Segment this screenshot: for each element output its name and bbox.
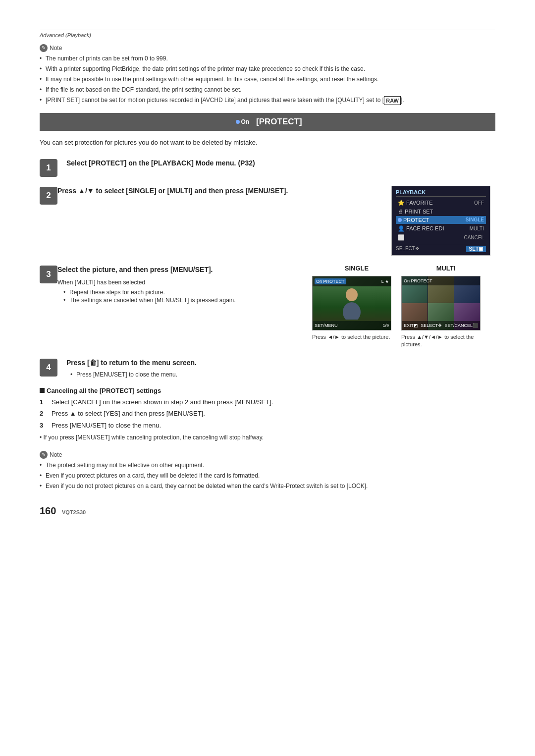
menu-set-btn: SET▣ xyxy=(466,246,486,252)
single-label: SINGLE xyxy=(317,265,396,272)
single-overlay-bar: On PROTECT L ★ xyxy=(313,276,391,286)
note2-item-3: Even if you do not protect pictures on a… xyxy=(40,482,495,490)
step4-sub-note: Press [MENU/SET] to close the menu. xyxy=(66,371,495,378)
step3-badge: 3 xyxy=(40,266,57,283)
images-row: On PROTECT L ★ SET/MENU 1/9 xyxy=(312,276,495,330)
note1-item-2: With a printer supporting PictBridge, th… xyxy=(40,64,495,73)
step4-content: Press [🗑] to return to the menu screen. … xyxy=(66,358,495,378)
step2-badge: 2 xyxy=(40,187,57,205)
step2-left: Press ▲/▼ to select [SINGLE] or [MULTI] … xyxy=(57,186,391,256)
menu-face-rec: 👤 FACE REC EDI MULTI xyxy=(396,224,486,233)
cancel-steps-list: 1 Select [CANCEL] on the screen shown in… xyxy=(40,397,495,431)
cancel-step-num-3: 3 xyxy=(40,421,43,431)
multi-label: MULTI xyxy=(406,265,485,272)
page-header: Advanced (Playback) xyxy=(40,30,495,38)
step3-left: Select the picture, and then press [MENU… xyxy=(57,265,312,305)
step1-text: Select [PROTECT] on the [PLAYBACK] Mode … xyxy=(66,158,495,168)
playback-menu-box: PLAYBACK ⭐ FAVORITE OFF 🖨 PRINT SET PROT… xyxy=(391,186,490,256)
note1-icon: ✎ xyxy=(40,44,48,52)
svg-point-0 xyxy=(346,288,358,301)
note1-item-5: [PRINT SET] cannot be set for motion pic… xyxy=(40,96,495,105)
raw-badge: RAW xyxy=(384,96,401,106)
menu-favorite: ⭐ FAVORITE OFF xyxy=(396,199,486,207)
intro-text: You can set protection for pictures you … xyxy=(40,138,495,148)
section-title: On [PROTECT] xyxy=(40,113,495,131)
cancel-step-2: 2 Press ▲ to select [YES] and then press… xyxy=(40,409,495,419)
menu-protect: PROTECT SINGLE xyxy=(396,216,486,224)
note2-section: ✎ Note The protect setting may not be ef… xyxy=(40,451,495,490)
menu-print-set: 🖨 PRINT SET xyxy=(396,208,486,216)
step2-right: PLAYBACK ⭐ FAVORITE OFF 🖨 PRINT SET PROT… xyxy=(391,186,495,256)
page-code: VQT2S30 xyxy=(62,509,86,515)
svg-point-1 xyxy=(343,302,361,320)
single-protect-badge: On PROTECT xyxy=(315,279,346,284)
page-number: 160 VQT2S30 xyxy=(40,505,495,517)
step2-text: Press ▲/▼ to select [SINGLE] or [MULTI] … xyxy=(57,186,391,196)
multi-camera-image: On PROTECT EXIT◩ SELECT❖ SET/CANCEL⬛ xyxy=(401,276,481,330)
note2-list: The protect setting may not be effective… xyxy=(40,461,495,490)
note2-icon: ✎ xyxy=(40,451,48,459)
multi-image-group: On PROTECT EXIT◩ SELECT❖ SET/CANCEL⬛ xyxy=(401,276,481,330)
note2-label: ✎ Note xyxy=(40,451,495,459)
step3-text: Select the picture, and then press [MENU… xyxy=(57,265,312,275)
cancel-section: Canceling all the [PROTECT] settings 1 S… xyxy=(40,387,495,442)
on-protect-icon: On xyxy=(233,118,252,126)
protect-badge: On PROTECT xyxy=(315,278,346,284)
cancel-step-1: 1 Select [CANCEL] on the screen shown in… xyxy=(40,397,495,407)
step3-sub-item-2: The settings are canceled when [MENU/SET… xyxy=(63,297,312,304)
step3-sub-item-1: Repeat these steps for each picture. xyxy=(63,289,312,296)
note1-item-1: The number of prints can be set from 0 t… xyxy=(40,54,495,63)
single-multi-labels: SINGLE MULTI xyxy=(317,265,495,272)
step1-content: Select [PROTECT] on the [PLAYBACK] Mode … xyxy=(66,158,495,171)
step3-right: SINGLE MULTI On PROTECT L ★ xyxy=(312,265,495,349)
step4-badge: 4 xyxy=(40,359,57,377)
step2-row: 2 Press ▲/▼ to select [SINGLE] or [MULTI… xyxy=(40,186,495,256)
caption-multi: Press ▲/▼/◄/► to select the pictures. xyxy=(401,333,481,349)
step3-sub-heading: When [MULTI] has been selected xyxy=(57,278,312,287)
note1-label: ✎ Note xyxy=(40,44,495,52)
caption-row: Press ◄/► to select the picture. Press ▲… xyxy=(312,333,495,349)
note1-item-3: It may not be possible to use the print … xyxy=(40,75,495,84)
cancel-step-3: 3 Press [MENU/SET] to close the menu. xyxy=(40,421,495,431)
step4-row: 4 Press [🗑] to return to the menu screen… xyxy=(40,358,495,378)
cancel-step-num-2: 2 xyxy=(40,409,43,419)
single-camera-image: On PROTECT L ★ SET/MENU 1/9 xyxy=(312,276,391,330)
single-image-group: On PROTECT L ★ SET/MENU 1/9 xyxy=(312,276,391,330)
step4-text: Press [🗑] to return to the menu screen. xyxy=(66,358,495,368)
step3-row: 3 Select the picture, and then press [ME… xyxy=(40,265,495,349)
cancel-heading: Canceling all the [PROTECT] settings xyxy=(40,387,495,394)
multi-top-bar: On PROTECT xyxy=(402,276,480,285)
step1-badge: 1 xyxy=(40,159,57,177)
note1-section: ✎ Note The number of prints can be set f… xyxy=(40,44,495,105)
cancel-step-num-1: 1 xyxy=(40,397,43,407)
menu-cancel-row: ⬜ CANCEL xyxy=(396,233,486,242)
note2-item-2: Even if you protect pictures on a card, … xyxy=(40,471,495,480)
step1-row: 1 Select [PROTECT] on the [PLAYBACK] Mod… xyxy=(40,158,495,177)
menu-title: PLAYBACK xyxy=(396,189,486,197)
single-img-bg xyxy=(313,286,391,321)
menu-select-row: SELECT❖ SET▣ xyxy=(396,244,486,252)
note1-item-4: If the file is not based on the DCF stan… xyxy=(40,85,495,94)
multi-bottom-bar: EXIT◩ SELECT❖ SET/CANCEL⬛ xyxy=(402,321,480,330)
step3-sub-list: Repeat these steps for each picture. The… xyxy=(57,289,312,304)
cancel-warning: • If you press [MENU/SET] while cancelin… xyxy=(40,433,495,442)
note2-item-1: The protect setting may not be effective… xyxy=(40,461,495,470)
caption-single: Press ◄/► to select the picture. xyxy=(312,333,391,349)
on-dot-menu xyxy=(398,218,402,222)
on-dot xyxy=(236,120,240,124)
single-bottom-bar: SET/MENU 1/9 xyxy=(313,321,391,330)
single-quality: L ★ xyxy=(381,279,389,284)
section-label: Advanced (Playback) xyxy=(40,32,91,38)
person-silhouette xyxy=(339,287,364,320)
note1-list: The number of prints can be set from 0 t… xyxy=(40,54,495,105)
black-square-icon xyxy=(40,388,45,393)
